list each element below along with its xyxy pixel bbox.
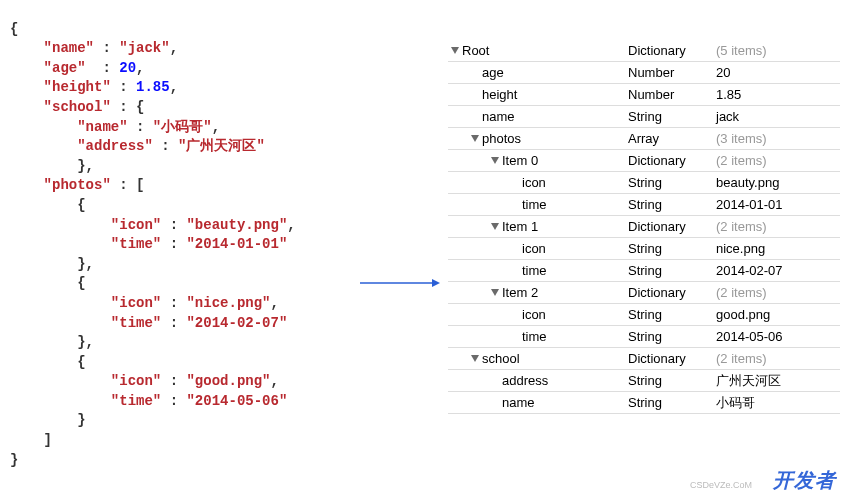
- tree-key-cell[interactable]: Root: [448, 43, 628, 58]
- tree-row[interactable]: schoolDictionary(2 items): [448, 348, 840, 370]
- tree-value-cell: (2 items): [716, 351, 840, 366]
- json-string: "2014-01-01": [186, 236, 287, 252]
- tree-key-cell[interactable]: height: [448, 87, 628, 102]
- tree-row[interactable]: RootDictionary(5 items): [448, 40, 840, 62]
- tree-row[interactable]: heightNumber1.85: [448, 84, 840, 106]
- tree-type-cell: Number: [628, 87, 716, 102]
- tree-key-cell[interactable]: icon: [448, 307, 628, 322]
- plist-tree: RootDictionary(5 items)ageNumber20height…: [448, 40, 840, 414]
- tree-value-cell: nice.png: [716, 241, 840, 256]
- json-key: "icon": [111, 295, 161, 311]
- json-key: "name": [44, 40, 94, 56]
- tree-key-cell[interactable]: time: [448, 197, 628, 212]
- tree-key-cell[interactable]: address: [448, 373, 628, 388]
- tree-key-cell[interactable]: Item 0: [448, 153, 628, 168]
- tree-value-cell: beauty.png: [716, 175, 840, 190]
- disclosure-triangle-icon[interactable]: [490, 156, 500, 166]
- tree-key-label: Item 1: [502, 219, 538, 234]
- tree-row[interactable]: nameString小码哥: [448, 392, 840, 414]
- tree-value-cell: (5 items): [716, 43, 840, 58]
- tree-row[interactable]: Item 2Dictionary(2 items): [448, 282, 840, 304]
- tree-value-cell: 2014-01-01: [716, 197, 840, 212]
- tree-key-cell[interactable]: photos: [448, 131, 628, 146]
- tree-key-cell[interactable]: name: [448, 109, 628, 124]
- svg-marker-5: [491, 223, 499, 230]
- tree-row[interactable]: photosArray(3 items): [448, 128, 840, 150]
- tree-key-label: Root: [462, 43, 489, 58]
- tree-type-cell: Dictionary: [628, 153, 716, 168]
- tree-type-cell: Dictionary: [628, 219, 716, 234]
- tree-type-cell: String: [628, 395, 716, 410]
- tree-key-label: address: [502, 373, 548, 388]
- tree-row[interactable]: addressString广州天河区: [448, 370, 840, 392]
- watermark-sub: CSDeVZe.CoM: [690, 480, 752, 490]
- tree-key-label: time: [522, 329, 547, 344]
- tree-row[interactable]: iconStringgood.png: [448, 304, 840, 326]
- tree-type-cell: String: [628, 241, 716, 256]
- tree-key-label: name: [502, 395, 535, 410]
- disclosure-triangle-icon[interactable]: [450, 46, 460, 56]
- json-string: "2014-05-06": [186, 393, 287, 409]
- json-number: 20: [119, 60, 136, 76]
- json-key: "address": [77, 138, 153, 154]
- tree-key-label: icon: [522, 175, 546, 190]
- tree-type-cell: Array: [628, 131, 716, 146]
- tree-key-cell[interactable]: icon: [448, 175, 628, 190]
- svg-marker-6: [491, 289, 499, 296]
- tree-key-cell[interactable]: Item 2: [448, 285, 628, 300]
- disclosure-triangle-icon[interactable]: [490, 288, 500, 298]
- tree-key-label: icon: [522, 307, 546, 322]
- watermark: 开发者: [773, 467, 836, 494]
- tree-row[interactable]: timeString2014-01-01: [448, 194, 840, 216]
- tree-type-cell: Dictionary: [628, 43, 716, 58]
- tree-type-cell: String: [628, 307, 716, 322]
- tree-key-label: height: [482, 87, 517, 102]
- tree-value-cell: 2014-05-06: [716, 329, 840, 344]
- svg-marker-2: [451, 47, 459, 54]
- tree-row[interactable]: iconStringnice.png: [448, 238, 840, 260]
- json-number: 1.85: [136, 79, 170, 95]
- tree-row[interactable]: ageNumber20: [448, 62, 840, 84]
- brace: {: [10, 21, 18, 37]
- tree-value-cell: (2 items): [716, 285, 840, 300]
- tree-key-cell[interactable]: name: [448, 395, 628, 410]
- json-string: "jack": [119, 40, 169, 56]
- tree-value-cell: 小码哥: [716, 394, 840, 412]
- tree-key-label: age: [482, 65, 504, 80]
- tree-type-cell: String: [628, 109, 716, 124]
- json-key: "icon": [111, 217, 161, 233]
- tree-type-cell: String: [628, 175, 716, 190]
- json-key: "icon": [111, 373, 161, 389]
- tree-row[interactable]: iconStringbeauty.png: [448, 172, 840, 194]
- tree-value-cell: good.png: [716, 307, 840, 322]
- svg-marker-7: [471, 355, 479, 362]
- tree-key-label: school: [482, 351, 520, 366]
- json-string: "beauty.png": [186, 217, 287, 233]
- disclosure-triangle-icon[interactable]: [490, 222, 500, 232]
- tree-row[interactable]: timeString2014-02-07: [448, 260, 840, 282]
- json-key: "name": [77, 119, 127, 135]
- tree-key-cell[interactable]: age: [448, 65, 628, 80]
- tree-key-label: time: [522, 197, 547, 212]
- tree-key-cell[interactable]: time: [448, 263, 628, 278]
- tree-type-cell: String: [628, 263, 716, 278]
- tree-key-cell[interactable]: school: [448, 351, 628, 366]
- tree-value-cell: jack: [716, 109, 840, 124]
- tree-type-cell: Number: [628, 65, 716, 80]
- svg-marker-3: [471, 135, 479, 142]
- disclosure-triangle-icon[interactable]: [470, 354, 480, 364]
- tree-key-label: Item 0: [502, 153, 538, 168]
- json-string: "good.png": [186, 373, 270, 389]
- svg-marker-4: [491, 157, 499, 164]
- json-key: "age": [44, 60, 86, 76]
- tree-row[interactable]: Item 1Dictionary(2 items): [448, 216, 840, 238]
- tree-row[interactable]: Item 0Dictionary(2 items): [448, 150, 840, 172]
- tree-key-cell[interactable]: Item 1: [448, 219, 628, 234]
- tree-key-label: time: [522, 263, 547, 278]
- tree-row[interactable]: nameStringjack: [448, 106, 840, 128]
- tree-row[interactable]: timeString2014-05-06: [448, 326, 840, 348]
- tree-key-cell[interactable]: time: [448, 329, 628, 344]
- disclosure-triangle-icon[interactable]: [470, 134, 480, 144]
- tree-value-cell: 2014-02-07: [716, 263, 840, 278]
- tree-key-cell[interactable]: icon: [448, 241, 628, 256]
